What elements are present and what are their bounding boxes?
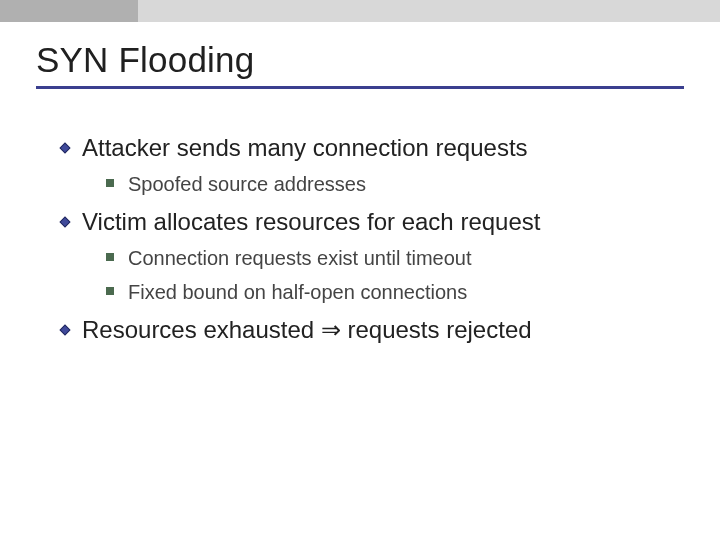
title-underline [36, 86, 684, 89]
slide-body: Attacker sends many connection requests … [58, 117, 678, 345]
diamond-bullet-icon [58, 215, 72, 229]
sub-bullet-text: Spoofed source addresses [128, 171, 366, 197]
bullet-text: Victim allocates resources for each requ… [82, 207, 540, 237]
bullet-level2: Fixed bound on half-open connections [106, 279, 678, 305]
bullet-level1: Attacker sends many connection requests [58, 133, 678, 163]
bullet-level1: Victim allocates resources for each requ… [58, 207, 678, 237]
svg-rect-0 [60, 143, 70, 153]
bullet-level2: Connection requests exist until timeout [106, 245, 678, 271]
bullet-level2: Spoofed source addresses [106, 171, 678, 197]
top-decoration-bar-light [138, 0, 720, 22]
bullet-text: Attacker sends many connection requests [82, 133, 528, 163]
square-bullet-icon [106, 179, 114, 187]
svg-rect-1 [60, 217, 70, 227]
slide-title: SYN Flooding [36, 40, 720, 80]
sub-bullet-text: Connection requests exist until timeout [128, 245, 472, 271]
square-bullet-icon [106, 253, 114, 261]
diamond-bullet-icon [58, 323, 72, 337]
bullet-text: Resources exhausted ⇒ requests rejected [82, 315, 532, 345]
diamond-bullet-icon [58, 141, 72, 155]
bullet-level1: Resources exhausted ⇒ requests rejected [58, 315, 678, 345]
svg-rect-2 [60, 325, 70, 335]
sub-bullet-text: Fixed bound on half-open connections [128, 279, 467, 305]
top-decoration-bar [0, 0, 720, 22]
square-bullet-icon [106, 287, 114, 295]
